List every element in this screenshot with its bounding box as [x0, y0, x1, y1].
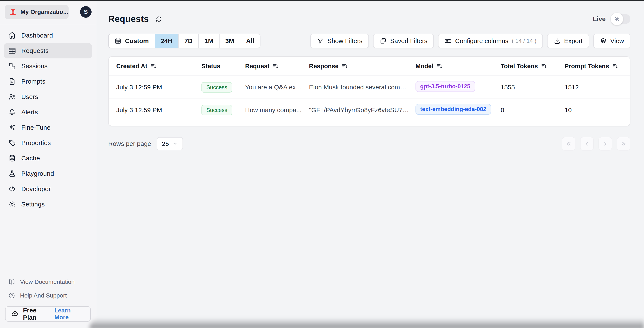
button-label: Saved Filters — [390, 37, 428, 45]
saved-filters-button[interactable]: Saved Filters — [373, 34, 434, 48]
rows-per-page-value: 25 — [162, 140, 169, 147]
sidebar-item-label: Sessions — [21, 63, 48, 70]
model-badge: gpt-3.5-turbo-0125 — [416, 81, 475, 92]
sliders-icon — [444, 37, 452, 45]
column-header-request[interactable]: Request — [245, 63, 309, 70]
sparkles-icon — [8, 123, 16, 132]
cell-prompt-tokens: 1512 — [564, 84, 622, 91]
sort-icon[interactable] — [436, 63, 443, 69]
page-title: Requests — [108, 14, 149, 24]
sort-icon[interactable] — [272, 63, 279, 69]
column-header-response[interactable]: Response — [309, 63, 416, 70]
sessions-icon — [8, 62, 16, 70]
download-icon — [554, 37, 561, 45]
org-name: My Organizatio... — [20, 9, 68, 15]
view-documentation-link[interactable]: View Documentation — [4, 275, 92, 289]
document-icon — [8, 77, 16, 86]
beaker-icon — [8, 170, 16, 178]
cell-created-at: July 3 12:59 PM — [116, 84, 202, 91]
table-header-row: Created At Status Request Response Model — [108, 57, 630, 76]
calendar-icon — [114, 37, 122, 45]
copy-icon — [380, 37, 387, 45]
avatar[interactable]: S — [80, 6, 92, 18]
sidebar-item-settings[interactable]: Settings — [4, 197, 92, 212]
cell-prompt-tokens: 10 — [564, 106, 622, 114]
sort-icon[interactable] — [342, 63, 348, 69]
time-range-custom[interactable]: Custom — [108, 34, 155, 48]
sort-icon[interactable] — [150, 63, 157, 69]
sidebar-item-alerts[interactable]: Alerts — [4, 104, 92, 120]
time-range-label: 1M — [204, 37, 214, 45]
sidebar-item-users[interactable]: Users — [4, 89, 92, 104]
show-filters-button[interactable]: Show Filters — [310, 34, 369, 48]
gear-icon — [8, 200, 16, 208]
view-documentation-label: View Documentation — [20, 278, 74, 285]
sidebar-item-sessions[interactable]: Sessions — [4, 58, 92, 74]
table-icon — [8, 47, 16, 55]
sidebar-footer-links: View Documentation Help And Support — [0, 275, 96, 302]
sidebar-item-playground[interactable]: Playground — [4, 166, 92, 181]
sidebar-item-dashboard[interactable]: Dashboard — [4, 28, 92, 43]
org-switcher[interactable]: My Organizatio... — [5, 5, 68, 19]
status-badge: Success — [202, 105, 232, 115]
first-page-button[interactable] — [562, 137, 576, 150]
column-label: Created At — [116, 63, 147, 70]
sort-icon[interactable] — [541, 63, 547, 69]
sidebar-header: My Organizatio... S — [0, 0, 96, 24]
live-toggle-knob — [611, 13, 623, 25]
sidebar-item-developer[interactable]: Developer — [4, 181, 92, 197]
table-row[interactable]: July 3 12:59 PM Success You are a Q&A ex… — [108, 76, 630, 99]
rows-per-page-label: Rows per page — [108, 140, 151, 147]
column-header-created-at[interactable]: Created At — [116, 63, 202, 70]
sidebar-item-fine-tune[interactable]: Fine-Tune — [4, 120, 92, 135]
rows-per-page-select[interactable]: 25 — [157, 137, 183, 150]
time-range-24h[interactable]: 24H — [155, 34, 179, 48]
plan-banner[interactable]: Free Plan Learn More — [5, 306, 91, 321]
sidebar-item-requests[interactable]: Requests — [4, 43, 92, 58]
main-content: Requests Live — [96, 0, 644, 328]
chevrons-left-icon — [566, 140, 572, 147]
time-range-label: Custom — [125, 37, 149, 45]
table-row[interactable]: July 3 12:59 PM Success How many compa..… — [108, 99, 630, 121]
window-top-edge — [0, 0, 644, 1]
sidebar-item-label: Playground — [21, 170, 54, 177]
cloud-up-icon — [11, 310, 19, 318]
code-icon — [8, 185, 16, 193]
column-header-model[interactable]: Model — [416, 63, 501, 70]
time-range-7d[interactable]: 7D — [179, 34, 199, 48]
last-page-button[interactable] — [617, 137, 630, 150]
button-label: Export — [564, 37, 583, 45]
refresh-icon[interactable] — [155, 16, 162, 23]
column-header-total-tokens[interactable]: Total Tokens — [501, 63, 564, 70]
column-label: Model — [416, 63, 434, 70]
column-header-status[interactable]: Status — [202, 63, 245, 70]
pagination-buttons — [562, 137, 630, 150]
column-header-prompt-tokens[interactable]: Prompt Tokens — [564, 63, 622, 70]
time-range-all[interactable]: All — [240, 34, 260, 48]
configure-columns-button[interactable]: Configure columns ( 14 / 14 ) — [438, 34, 543, 48]
sidebar-item-properties[interactable]: Properties — [4, 135, 92, 150]
sort-icon[interactable] — [612, 63, 618, 69]
status-badge: Success — [202, 82, 232, 93]
home-icon — [8, 31, 16, 40]
help-and-support-link[interactable]: Help And Support — [4, 289, 92, 302]
live-toggle[interactable] — [611, 14, 630, 24]
sidebar-item-cache[interactable]: Cache — [4, 150, 92, 166]
sidebar-item-label: Cache — [21, 155, 40, 162]
view-button[interactable]: View — [593, 34, 630, 48]
prev-page-button[interactable] — [580, 137, 594, 150]
cell-response: "GF+/PAvdYbyrrGo8yFz6vIeSU7w... — [309, 106, 416, 114]
learn-more-link[interactable]: Learn More — [54, 307, 85, 321]
requests-table: Created At Status Request Response Model — [108, 56, 630, 126]
time-range-3m[interactable]: 3M — [220, 34, 240, 48]
toolbar-buttons: Show Filters Saved Filters Configure col… — [310, 34, 630, 48]
next-page-button[interactable] — [598, 137, 612, 150]
sidebar-item-label: Users — [21, 93, 38, 100]
button-label: Configure columns — [455, 37, 508, 45]
sidebar-nav: Dashboard Requests Sessions Prompts User… — [0, 24, 96, 212]
export-button[interactable]: Export — [547, 34, 589, 48]
button-label: View — [610, 37, 624, 45]
sidebar-item-prompts[interactable]: Prompts — [4, 74, 92, 89]
help-and-support-label: Help And Support — [20, 292, 67, 299]
time-range-1m[interactable]: 1M — [199, 34, 220, 48]
